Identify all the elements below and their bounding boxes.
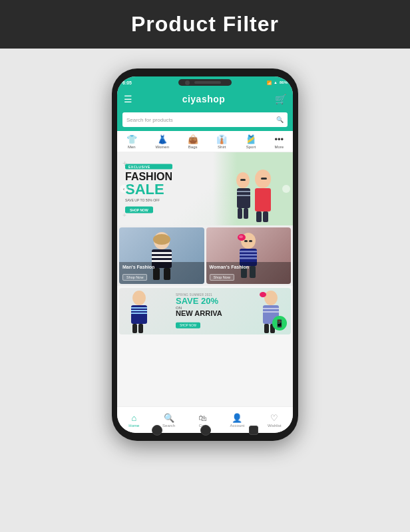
svg-point-38 <box>264 291 278 305</box>
svg-rect-15 <box>152 256 172 258</box>
banner-nav-left[interactable]: ‹ <box>120 185 128 193</box>
banner-exclusive-tag: EXCLUSIVE <box>125 164 172 170</box>
home-icon: ⌂ <box>131 413 136 423</box>
svg-rect-41 <box>263 308 279 309</box>
save-banner: SPRING SUMMER 2021 SAVE 20% ON NEW ARRIV… <box>119 288 291 334</box>
mens-card-title: Man's Fashion <box>122 265 201 269</box>
banner-person-illustration <box>213 152 293 225</box>
cat-shirt[interactable]: 👔 Shirt <box>216 134 227 149</box>
save-arrivals-text: NEW ARRIVA <box>176 310 222 317</box>
cat-women[interactable]: 👗 Women <box>155 134 169 149</box>
cat-men[interactable]: 👕 Men <box>126 134 137 149</box>
svg-rect-24 <box>240 251 257 253</box>
womens-shop-btn[interactable]: Shop Now <box>210 274 234 281</box>
svg-rect-30 <box>249 240 252 242</box>
sport-icon: 🎽 <box>246 134 256 144</box>
cat-sport[interactable]: 🎽 Sport <box>246 134 256 149</box>
svg-rect-43 <box>264 324 269 333</box>
cat-bags-label: Bags <box>188 145 198 149</box>
women-icon: 👗 <box>157 134 168 144</box>
cat-sport-label: Sport <box>246 145 256 149</box>
back-button[interactable] <box>152 425 162 436</box>
svg-rect-11 <box>244 208 248 219</box>
phone-screen: 6:05 📶 ▲ 86% ☰ ciyashop 🛒 Search for pro… <box>117 76 293 433</box>
svg-point-19 <box>153 234 170 245</box>
svg-rect-35 <box>131 313 147 314</box>
status-time: 6:05 <box>122 80 132 85</box>
svg-rect-4 <box>237 191 250 192</box>
svg-point-22 <box>239 235 243 238</box>
svg-rect-37 <box>138 324 143 333</box>
save-banner-svg <box>119 288 172 334</box>
svg-rect-26 <box>240 257 257 259</box>
save-big-text: SAVE 20% <box>176 297 222 306</box>
banner-shop-btn[interactable]: SHOP NOW <box>125 207 153 213</box>
phone-top-bar <box>178 79 232 86</box>
save-shop-btn[interactable]: SHOP NOW <box>176 323 200 329</box>
cat-bags[interactable]: 👜 Bags <box>188 134 198 149</box>
page-title: Product Filter <box>0 12 410 37</box>
search-bar-container: Search for products 🔍 <box>117 110 293 131</box>
nav-home-label: Home <box>128 424 139 428</box>
signal-icon: ▲ <box>274 80 278 84</box>
phone-bottom-bar <box>152 425 258 436</box>
cart-icon[interactable]: 🛒 <box>275 94 286 104</box>
svg-rect-8 <box>256 211 262 222</box>
recents-button[interactable] <box>249 426 258 435</box>
brand-logo: ciyashop <box>182 94 226 104</box>
womens-fashion-card[interactable]: Woman's Fashion Shop Now <box>206 227 292 284</box>
search-icon: 🔍 <box>276 116 284 123</box>
banner-text: EXCLUSIVE FASHION SALE SAVE UP TO 50% OF… <box>125 164 172 214</box>
phone-outer: 6:05 📶 ▲ 86% ☰ ciyashop 🛒 Search for pro… <box>112 68 298 441</box>
cart-nav-icon: 🛍 <box>198 413 207 423</box>
svg-rect-1 <box>255 188 271 211</box>
shirt-icon: 👔 <box>216 134 227 144</box>
bags-icon: 👜 <box>188 134 198 144</box>
svg-rect-29 <box>244 240 248 242</box>
svg-point-31 <box>132 291 146 305</box>
svg-point-39 <box>260 292 266 297</box>
page-header: Product Filter <box>0 0 410 49</box>
fashion-sale-banner: + + ‹ EXCLUSIVE FASHION SALE SAVE UP TO … <box>117 152 293 225</box>
womens-card-title: Woman's Fashion <box>210 265 288 269</box>
wishlist-icon: ♡ <box>270 413 278 423</box>
cat-shirt-label: Shirt <box>218 145 226 149</box>
mens-card-overlay: Man's Fashion Shop Now <box>119 262 204 284</box>
camera-dot <box>185 80 190 85</box>
svg-rect-36 <box>132 324 137 333</box>
more-icon: ••• <box>275 134 284 144</box>
fashion-cards-row: Man's Fashion Shop Now <box>117 225 293 286</box>
cat-men-label: Men <box>128 145 136 149</box>
whatsapp-icon: 📱 <box>275 319 284 328</box>
cat-women-label: Women <box>155 145 169 149</box>
home-button[interactable] <box>200 425 211 436</box>
svg-rect-25 <box>240 254 257 256</box>
svg-rect-6 <box>240 179 246 181</box>
nav-wishlist[interactable]: ♡ Wishlist <box>268 413 282 428</box>
svg-rect-10 <box>238 208 242 219</box>
wifi-icon: 📶 <box>267 80 272 85</box>
whatsapp-button[interactable]: 📱 <box>272 316 287 331</box>
top-nav: ☰ ciyashop 🛒 <box>117 88 293 110</box>
svg-rect-9 <box>263 211 268 222</box>
search-input[interactable]: Search for products 🔍 <box>122 112 288 127</box>
banner-nav-right[interactable] <box>282 185 290 193</box>
banner-subtitle: SAVE UP TO 50% OFF <box>125 198 172 202</box>
battery-icon: 86% <box>280 80 288 84</box>
nav-home[interactable]: ⌂ Home <box>128 413 139 428</box>
mens-shop-btn[interactable]: Shop Now <box>122 274 147 281</box>
cat-more[interactable]: ••• More <box>275 134 284 149</box>
mens-fashion-card[interactable]: Man's Fashion Shop Now <box>119 227 204 284</box>
womens-card-overlay: Woman's Fashion Shop Now <box>206 262 292 284</box>
account-icon: 👤 <box>232 413 242 423</box>
cat-more-label: More <box>275 145 284 149</box>
screen-content: + + ‹ EXCLUSIVE FASHION SALE SAVE UP TO … <box>117 152 293 406</box>
svg-rect-33 <box>131 307 147 309</box>
search-nav-icon: 🔍 <box>164 413 174 423</box>
category-bar: 👕 Men 👗 Women 👜 Bags 👔 Shirt 🎽 Sp <box>117 131 293 152</box>
menu-icon[interactable]: ☰ <box>124 94 132 104</box>
svg-rect-34 <box>131 310 147 311</box>
svg-rect-5 <box>237 195 250 196</box>
speaker-bar <box>194 81 221 84</box>
banner-sale: SALE <box>125 182 172 197</box>
